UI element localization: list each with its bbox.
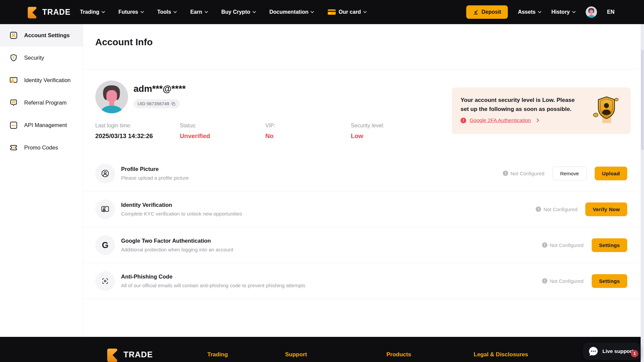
row-text: Profile Picture Please upload a profile … (121, 166, 189, 181)
google-2fa-icon: G (95, 235, 115, 255)
info-icon: ! (542, 278, 547, 284)
row-profile-picture: Profile Picture Please upload a profile … (83, 156, 637, 191)
user-avatar[interactable] (586, 6, 597, 18)
nav-assets[interactable]: Assets (518, 9, 541, 15)
profile-picture-icon (95, 164, 115, 183)
row-anti-phishing: Anti-Phishing Code All of our official e… (83, 263, 637, 299)
status-indicator: ! Not Configured (542, 242, 584, 248)
security-shield-illustration (591, 95, 621, 127)
stat-last-login: Last login time: 2025/03/13 14:32:26 (95, 123, 180, 140)
stat-label: Security level: (351, 123, 384, 129)
row-title: Anti-Phishing Code (121, 274, 305, 280)
brand-name: TRADE (42, 8, 70, 17)
deposit-icon (473, 9, 479, 15)
row-actions: ! Not Configured Remove Upload (503, 167, 627, 180)
upload-button[interactable]: Upload (595, 167, 627, 180)
nav-trading[interactable]: Trading (80, 9, 105, 15)
info-icon: ! (503, 171, 508, 176)
verify-now-button[interactable]: Verify Now (585, 202, 627, 216)
svg-text:API: API (11, 124, 16, 127)
status-text: Not Configured (550, 242, 584, 248)
row-subtitle: All of our official emails will contain … (121, 283, 305, 288)
nav-buy-crypto[interactable]: Buy Crypto (221, 9, 256, 15)
sidebar-item-identity-verification[interactable]: Identity Verification (0, 69, 83, 92)
sidebar-item-account-settings[interactable]: Account Settings (0, 24, 83, 47)
divider (83, 69, 637, 69)
chevron-down-icon (363, 11, 367, 13)
brand-name: TRADE (123, 350, 153, 359)
nav-label: Futures (118, 9, 138, 15)
stat-security-level: Security level: Low (351, 123, 384, 140)
masked-email: adm***@**** (133, 84, 185, 94)
footer-col-legal[interactable]: Legal & Disclosures (474, 351, 528, 358)
uid-badge[interactable]: UID 567356749 (133, 99, 180, 108)
security-warning-banner: Your account security level is Low. Plea… (452, 87, 631, 134)
row-text: Anti-Phishing Code All of our official e… (121, 274, 305, 288)
profile-avatar (95, 80, 128, 113)
nav-our-card[interactable]: Our card (327, 9, 367, 15)
settings-button[interactable]: Settings (592, 274, 627, 288)
stat-label: VIP: (265, 123, 351, 129)
nav-label: History (551, 9, 570, 15)
remove-button[interactable]: Remove (552, 167, 587, 180)
trade-logo-icon (105, 347, 120, 362)
stat-value: 2025/03/13 14:32:26 (95, 132, 180, 140)
card-icon (327, 9, 336, 15)
nav-label: Earn (190, 9, 202, 15)
nav-documentation[interactable]: Documentation (269, 9, 314, 15)
uid-value: UID 567356749 (138, 101, 169, 106)
stat-status: Status: Unverified (180, 123, 265, 140)
footer-col-support[interactable]: Support (285, 351, 307, 358)
shield-icon (9, 53, 18, 62)
id-card-icon (9, 76, 18, 85)
sidebar-item-api-management[interactable]: API API Management (0, 114, 83, 136)
nav-label: Buy Crypto (221, 9, 250, 15)
sidebar-item-promo-codes[interactable]: Promo Codes (0, 136, 83, 159)
chevron-down-icon (173, 11, 177, 13)
copy-icon[interactable] (171, 102, 176, 106)
info-icon: ! (542, 242, 547, 248)
google-2fa-link[interactable]: Google 2FA Authentication (470, 117, 531, 123)
row-subtitle: Complete KYC verification to unlock new … (121, 211, 242, 217)
row-subtitle: Please upload a profile picture (121, 175, 189, 181)
chevron-down-icon (311, 11, 314, 13)
deposit-label: Deposit (481, 9, 501, 15)
chevron-down-icon (538, 11, 541, 13)
row-actions: ! Not Configured Verify Now (536, 202, 627, 216)
footer-col-trading[interactable]: Trading (207, 351, 228, 358)
chevron-down-icon (205, 11, 208, 13)
sidebar-item-label: Referral Program (24, 100, 67, 106)
nav-futures[interactable]: Futures (118, 9, 144, 15)
settings-button[interactable]: Settings (592, 238, 627, 252)
brand-logo[interactable]: TRADE (25, 5, 70, 19)
stat-value: No (265, 132, 351, 140)
nav-history[interactable]: History (551, 9, 576, 15)
sidebar-item-security[interactable]: Security (0, 47, 83, 69)
nav-tools[interactable]: Tools (157, 9, 177, 15)
sidebar-item-label: Account Settings (24, 32, 70, 39)
referral-chat-code-icon (9, 98, 18, 107)
language-selector[interactable]: EN (607, 9, 614, 15)
row-title: Google Two Factor Authentication (121, 238, 233, 244)
nav-label: Documentation (269, 9, 308, 15)
nav-earn[interactable]: Earn (190, 9, 208, 15)
status-text: Not Configured (511, 171, 544, 176)
main-menu: Trading Futures Tools Earn Buy Crypto Do… (80, 9, 367, 15)
sidebar-item-label: Security (24, 55, 44, 61)
row-google-2fa: G Google Two Factor Authentication Addit… (83, 227, 637, 263)
row-title: Identity Verification (121, 202, 242, 208)
scrollbar[interactable] (641, 24, 644, 362)
nav-label: Tools (157, 9, 171, 15)
sidebar-item-label: Identity Verification (24, 77, 71, 83)
notification-badge: 1 (631, 350, 638, 357)
stat-label: Last login time: (95, 123, 180, 129)
scrollbar-thumb[interactable] (641, 50, 644, 150)
sidebar-item-label: Promo Codes (24, 144, 58, 151)
top-navigation-bar: TRADE Trading Futures Tools Earn Buy Cry… (0, 0, 644, 24)
deposit-button[interactable]: Deposit (466, 5, 508, 19)
footer-col-products[interactable]: Products (386, 351, 411, 358)
row-title: Profile Picture (121, 166, 189, 172)
sidebar-item-referral-program[interactable]: Referral Program (0, 92, 83, 114)
g-glyph: G (102, 240, 108, 250)
row-actions: ! Not Configured Settings (542, 274, 627, 288)
